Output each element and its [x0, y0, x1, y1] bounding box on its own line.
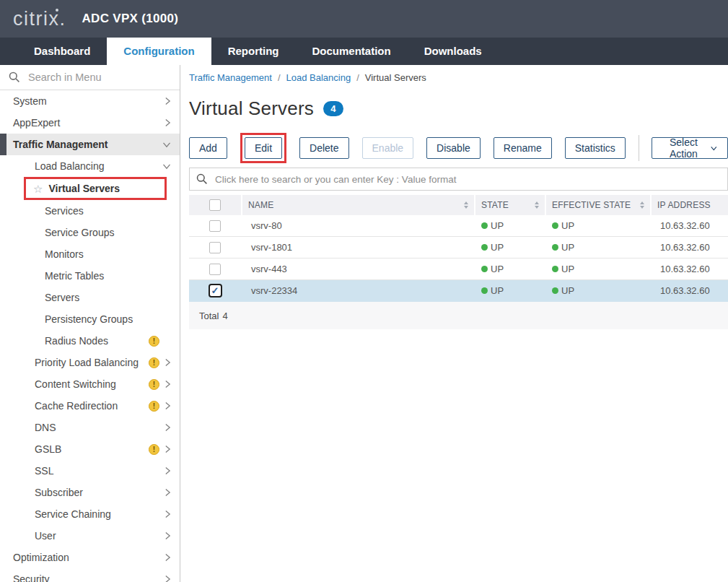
sidebar-item-system[interactable]: System — [0, 90, 180, 112]
annotation-box-virtual-servers: ☆ Virtual Servers — [24, 177, 167, 200]
breadcrumb-separator: / — [356, 72, 359, 83]
sort-icon[interactable] — [464, 201, 468, 209]
sidebar-item-service-chaining[interactable]: Service Chaining — [0, 503, 180, 525]
sidebar-search[interactable] — [0, 65, 180, 90]
row-name: vsrv-22334 — [242, 285, 474, 296]
table-row[interactable]: vsrv-80 UP UP 10.63.32.60 — [189, 215, 728, 237]
edit-button[interactable]: Edit — [245, 137, 282, 159]
sidebar-item-servers[interactable]: Servers — [0, 287, 180, 308]
status-up-dot — [552, 287, 558, 294]
status-up-dot — [552, 222, 558, 229]
count-badge: 4 — [323, 101, 343, 116]
sidebar-item-subscriber[interactable]: Subscriber — [0, 482, 180, 503]
rename-button[interactable]: Rename — [494, 137, 552, 159]
sidebar-item-label: User — [35, 530, 56, 542]
chevron-down-icon — [162, 163, 171, 170]
chevron-right-icon — [165, 401, 171, 410]
toolbar: Add Edit Delete Enable Disable Rename St… — [189, 133, 728, 163]
row-ip: 10.63.32.60 — [652, 242, 728, 253]
sidebar-item-virtual-servers[interactable]: ☆ Virtual Servers — [0, 177, 180, 200]
warning-icon: ! — [149, 357, 159, 368]
warning-icon: ! — [149, 379, 159, 390]
total-label: Total — [199, 310, 219, 321]
effective-state-value: UP — [561, 220, 574, 231]
column-header-effective-state[interactable]: EFFECTIVE STATE — [552, 200, 631, 210]
sidebar-item-label: Subscriber — [35, 487, 83, 498]
warning-icon: ! — [149, 444, 159, 455]
breadcrumb-link-load-balancing[interactable]: Load Balancing — [286, 72, 351, 83]
table-footer: Total 4 — [189, 302, 728, 329]
sidebar-item-optimization[interactable]: Optimization — [0, 547, 180, 568]
sidebar-item-ssl[interactable]: SSL — [0, 460, 180, 482]
nav-tab-dashboard[interactable]: Dashboard — [17, 38, 107, 65]
disable-button[interactable]: Disable — [426, 137, 481, 159]
add-button[interactable]: Add — [189, 137, 227, 159]
sort-icon[interactable] — [640, 201, 644, 209]
select-action-button[interactable]: Select Action — [652, 137, 728, 159]
table-search-input[interactable] — [214, 173, 727, 186]
chevron-right-icon — [165, 380, 171, 388]
sidebar-item-label: Content Switching — [35, 378, 116, 390]
sidebar-item-monitors[interactable]: Monitors — [0, 243, 180, 265]
sidebar-item-dns[interactable]: DNS — [0, 417, 180, 438]
select-action-label: Select Action — [662, 136, 704, 160]
nav-tab-reporting[interactable]: Reporting — [211, 38, 296, 65]
column-header-name[interactable]: NAME — [248, 200, 273, 210]
table-search[interactable] — [189, 168, 728, 191]
chevron-down-icon — [162, 142, 171, 148]
status-up-dot — [481, 266, 488, 272]
app-header: citrix. ADC VPX (1000) — [0, 0, 728, 38]
sidebar-item-appexpert[interactable]: AppExpert — [0, 112, 180, 134]
table-row-selected[interactable]: ✓ vsrv-22334 UP UP 10.63.32.60 — [189, 280, 728, 302]
row-checkbox[interactable] — [209, 264, 221, 275]
table-header: NAME STATE EFFECTIVE STATE IP ADDRESS — [189, 195, 728, 215]
select-all-checkbox[interactable] — [209, 199, 221, 211]
sidebar-item-label: GSLB — [35, 443, 61, 455]
sidebar-item-security[interactable]: Security — [0, 568, 180, 582]
breadcrumb-separator: / — [278, 72, 281, 83]
sidebar-menu: System AppExpert Traffic Management Load… — [0, 90, 180, 582]
breadcrumb-link-traffic-management[interactable]: Traffic Management — [189, 72, 272, 83]
nav-tab-documentation[interactable]: Documentation — [296, 38, 408, 65]
star-icon[interactable]: ☆ — [33, 183, 43, 194]
search-icon — [196, 173, 208, 185]
sidebar-item-persistency-groups[interactable]: Persistency Groups — [0, 308, 180, 330]
row-checkbox[interactable] — [209, 220, 221, 232]
sidebar-item-service-groups[interactable]: Service Groups — [0, 222, 180, 243]
chevron-right-icon — [165, 466, 171, 475]
nav-tab-configuration[interactable]: Configuration — [107, 38, 211, 65]
column-header-ip-address[interactable]: IP ADDRESS — [657, 200, 711, 210]
row-ip: 10.63.32.60 — [652, 220, 728, 231]
sidebar-item-priority-load-balancing[interactable]: Priority Load Balancing ! — [0, 352, 180, 373]
sidebar-item-gslb[interactable]: GSLB ! — [0, 438, 180, 460]
sidebar-item-label: Traffic Management — [13, 139, 108, 150]
status-up-dot — [552, 244, 558, 251]
sidebar-item-label: Virtual Servers — [48, 183, 120, 194]
page-title: Virtual Servers 4 — [189, 97, 728, 120]
sort-icon[interactable] — [535, 201, 539, 209]
statistics-button[interactable]: Statistics — [565, 137, 626, 159]
sidebar-item-label: Servers — [45, 292, 79, 303]
sidebar-item-label: Persistency Groups — [45, 313, 133, 325]
sidebar-item-label: Service Chaining — [35, 508, 111, 520]
sidebar-item-radius-nodes[interactable]: Radius Nodes ! — [0, 330, 180, 352]
total-count: 4 — [222, 310, 227, 321]
menu-search-input[interactable] — [27, 71, 160, 84]
column-header-state[interactable]: STATE — [481, 200, 509, 210]
table-row[interactable]: vsrv-443 UP UP 10.63.32.60 — [189, 259, 728, 280]
sidebar-item-load-balancing[interactable]: Load Balancing — [0, 155, 180, 177]
sidebar-item-label: Priority Load Balancing — [35, 357, 139, 368]
chevron-right-icon — [165, 118, 171, 127]
sidebar-item-cache-redirection[interactable]: Cache Redirection ! — [0, 395, 180, 417]
nav-tab-downloads[interactable]: Downloads — [408, 38, 499, 65]
sidebar-item-label: Optimization — [13, 552, 69, 563]
delete-button[interactable]: Delete — [299, 137, 348, 159]
row-checkbox-checked[interactable]: ✓ — [209, 284, 222, 297]
sidebar-item-user[interactable]: User — [0, 525, 180, 547]
row-checkbox[interactable] — [209, 242, 221, 253]
sidebar-item-traffic-management[interactable]: Traffic Management — [0, 134, 180, 155]
sidebar-item-metric-tables[interactable]: Metric Tables — [0, 265, 180, 287]
table-row[interactable]: vsrv-1801 UP UP 10.63.32.60 — [189, 237, 728, 259]
sidebar-item-services[interactable]: Services — [0, 200, 180, 222]
sidebar-item-content-switching[interactable]: Content Switching ! — [0, 373, 180, 395]
